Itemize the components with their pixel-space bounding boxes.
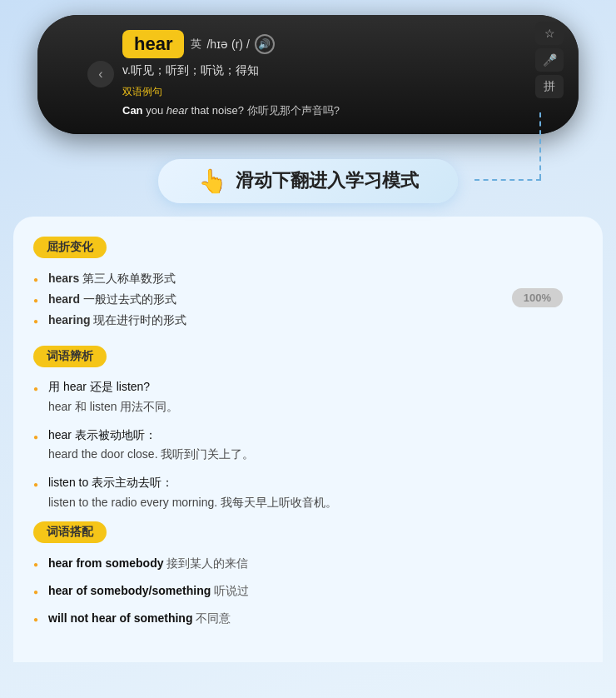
swipe-icon: 👆	[198, 167, 227, 195]
star-button[interactable]: ☆	[535, 22, 564, 45]
distinction-section: 词语辨析 用 hear 还是 listen? hear 和 listen 用法不…	[33, 346, 583, 513]
progress-badge: 100%	[512, 288, 563, 307]
colloc-cn-3-text: 不同意	[196, 611, 231, 625]
colloc-cn-2-text: 听说过	[214, 584, 249, 597]
inflection-word-2: heard	[48, 292, 80, 306]
swipe-text: 滑动下翻进入学习模式	[236, 168, 419, 193]
scanner-right-buttons: ☆ 🎤 拼	[535, 22, 564, 98]
phonetic-area: 英 /hɪə (r) / 🔊	[191, 34, 529, 54]
inflection-item-1: hears 第三人称单数形式	[33, 268, 583, 289]
inflection-desc-1: 第三人称单数形式	[82, 272, 176, 285]
inflection-item-2: heard 一般过去式的形式	[33, 289, 583, 310]
inflection-list: hears 第三人称单数形式 heard 一般过去式的形式 hearing 现在…	[33, 268, 583, 332]
example-bold-word: Can	[122, 104, 143, 117]
language-tag: 英	[191, 37, 201, 52]
distinction-subtitle-2: hear 表示被动地听：	[48, 426, 583, 446]
distinction-item-2: hear 表示被动地听： heard the door close. 我听到门关…	[33, 426, 583, 466]
collocation-header: 词语搭配	[33, 521, 107, 543]
scanner-inner: ‹ hear 英 /hɪə (r) / 🔊 v.听见；听到；听说；得知 双语例句…	[87, 30, 529, 119]
word-badge: hear	[122, 30, 184, 58]
colloc-en-2: hear of somebody/something	[48, 584, 211, 597]
swipe-banner[interactable]: 👆 滑动下翻进入学习模式	[158, 159, 458, 203]
pinyin-button[interactable]: 拼	[535, 75, 564, 98]
connector-horizontal	[474, 179, 541, 181]
inflection-word-1: hears	[48, 272, 79, 285]
example-label: 双语例句	[122, 85, 529, 99]
distinction-example-2: heard the door close. 我听到门关上了。	[48, 445, 583, 465]
colloc-item-1: hear from somebody 接到某人的来信	[33, 553, 583, 574]
collocation-section: 词语搭配 hear from somebody 接到某人的来信 hear of …	[33, 521, 583, 630]
example-rest: that noise?	[191, 104, 244, 117]
inflection-word-3: hearing	[48, 313, 91, 327]
distinction-subtitle-3: listen to 表示主动去听：	[48, 473, 583, 493]
ipa-text: /hɪə (r) /	[206, 37, 249, 51]
inflection-desc-3: 现在进行时的形式	[93, 313, 186, 327]
distinction-item-1: 用 hear 还是 listen? hear 和 listen 用法不同。	[33, 377, 583, 417]
example-word-you: you	[146, 104, 163, 117]
distinction-list: 用 hear 还是 listen? hear 和 listen 用法不同。 he…	[33, 377, 583, 513]
colloc-item-2: hear of somebody/something 听说过	[33, 581, 583, 601]
definition-text: v.听见；听到；听说；得知	[122, 63, 529, 78]
example-sentence: Can you hear that noise? 你听见那个声音吗?	[122, 102, 529, 119]
inflection-section: 屈折变化 hears 第三人称单数形式 heard 一般过去式的形式 heari…	[33, 237, 583, 332]
example-italic-word: hear	[166, 104, 188, 117]
colloc-item-3: will not hear of something 不同意	[33, 608, 583, 629]
distinction-title-1: 用 hear 还是 listen?	[48, 377, 583, 397]
speaker-button[interactable]: 🔊	[255, 34, 275, 54]
main-card: 屈折变化 hears 第三人称单数形式 heard 一般过去式的形式 heari…	[13, 217, 603, 663]
mic-button[interactable]: 🎤	[535, 48, 564, 72]
colloc-en-3: will not hear of something	[48, 611, 192, 625]
colloc-en-1: hear from somebody	[48, 556, 163, 570]
distinction-item-3: listen to 表示主动去听： listen to the radio ev…	[33, 473, 583, 513]
colloc-cn-1-text: 接到某人的来信	[166, 556, 248, 570]
collocation-list: hear from somebody 接到某人的来信 hear of someb…	[33, 553, 583, 630]
example-chinese: 你听见那个声音吗?	[247, 104, 340, 117]
inflection-header: 屈折变化	[33, 237, 107, 258]
inflection-desc-2: 一般过去式的形式	[83, 292, 176, 306]
distinction-header: 词语辨析	[33, 346, 107, 367]
scanner-device: ‹ hear 英 /hɪə (r) / 🔊 v.听见；听到；听说；得知 双语例句…	[37, 15, 579, 134]
connector-vertical	[539, 112, 541, 179]
back-button[interactable]: ‹	[87, 61, 114, 87]
inflection-item-3: hearing 现在进行时的形式	[33, 310, 583, 331]
distinction-example-3: listen to the radio every morning. 我每天早上…	[48, 493, 583, 513]
distinction-line-1: hear 和 listen 用法不同。	[48, 397, 583, 417]
